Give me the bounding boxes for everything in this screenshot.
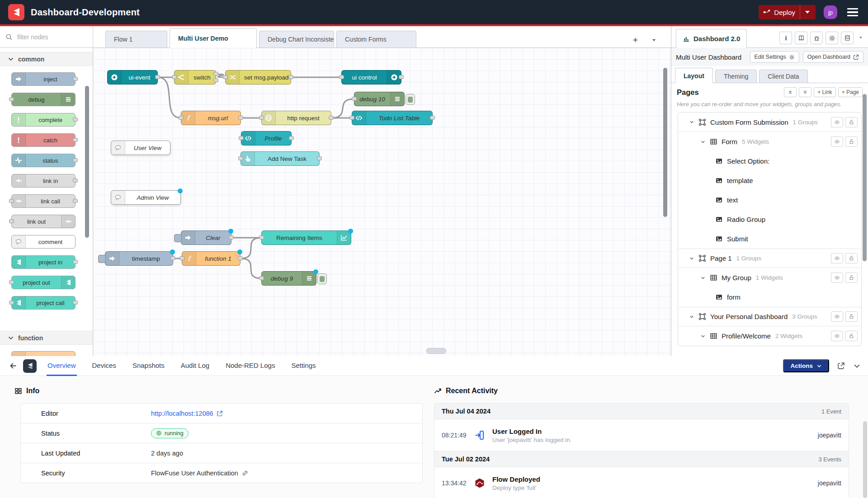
tree-row-template[interactable]: template	[678, 171, 861, 190]
lock-button[interactable]	[845, 311, 858, 322]
inject-button[interactable]	[174, 234, 182, 242]
bug-button[interactable]	[810, 32, 823, 44]
tab-theming[interactable]: Theming	[715, 70, 757, 83]
expand-all-button[interactable]	[799, 87, 811, 97]
deploy-caret-icon[interactable]	[804, 9, 811, 16]
palette-node-link-out[interactable]: link out	[11, 215, 75, 228]
tree-row-your-personal-dashboard[interactable]: Your Personal Dashboard3 Groups	[678, 307, 861, 326]
back-button[interactable]	[9, 362, 18, 370]
input-port[interactable]	[259, 116, 264, 120]
output-port[interactable]	[73, 77, 78, 81]
tree-row-submit[interactable]: Submit	[678, 229, 861, 249]
flow-tab[interactable]: Custom Forms	[336, 31, 416, 48]
lock-button[interactable]	[845, 253, 858, 263]
output-port[interactable]	[213, 72, 218, 76]
visibility-button[interactable]	[831, 272, 843, 283]
output-port[interactable]	[288, 75, 293, 79]
tree-row-form[interactable]: Form5 Widgets	[678, 132, 861, 151]
palette-node-complete[interactable]: complete	[11, 113, 75, 127]
flow-node-debug-9[interactable]: debug 9	[261, 271, 316, 286]
tree-row-radio-group[interactable]: Radio Group	[678, 210, 861, 229]
flow-tab[interactable]: Flow 1	[105, 31, 167, 48]
input-port[interactable]	[349, 116, 354, 120]
output-port[interactable]	[73, 260, 78, 264]
nav-tab-audit-log[interactable]: Audit Log	[180, 356, 210, 376]
tree-row-select-option-[interactable]: Select Option:	[678, 151, 861, 171]
sidebar-caret-icon[interactable]	[858, 34, 863, 42]
output-port[interactable]	[289, 136, 294, 140]
flow-canvas[interactable]: ui-eventswitchset msg.payloadui controld…	[93, 48, 671, 356]
input-port[interactable]	[9, 301, 14, 305]
nav-tab-settings[interactable]: Settings	[290, 356, 316, 376]
sidebar-tab-dashboard[interactable]: Dashboard 2.0	[676, 29, 747, 48]
palette-node-debug[interactable]: debug	[11, 93, 75, 106]
output-port[interactable]	[229, 235, 234, 240]
palette-node-comment[interactable]: comment	[11, 235, 75, 249]
tree-row-custom-form-submission[interactable]: Custom Form Submission1 Groups	[678, 113, 861, 132]
flow-node-timestamp[interactable]: timestamp	[105, 251, 173, 266]
output-port[interactable]	[430, 116, 435, 120]
flow-node-add-new-task[interactable]: Add New Task	[241, 151, 320, 166]
search-input[interactable]	[16, 33, 86, 41]
tree-row-profile-welcome[interactable]: Profile/Welcome2 Widgets	[678, 326, 861, 346]
output-port[interactable]	[73, 138, 78, 142]
output-port[interactable]	[73, 179, 78, 183]
palette-node-partial[interactable]	[11, 351, 75, 356]
add-link-button[interactable]: + Link	[814, 87, 835, 97]
menu-icon[interactable]	[845, 6, 860, 19]
flow-node-remaining-items[interactable]: Remaining Items	[261, 230, 351, 245]
editor-link[interactable]: http://localhost:12086	[151, 410, 223, 417]
flowfuse-panel-logo-icon[interactable]	[23, 359, 37, 373]
flow-node-profile[interactable]: Profile	[241, 131, 292, 146]
input-port[interactable]	[259, 235, 264, 240]
lock-button[interactable]	[845, 136, 858, 147]
debug-toggle-button[interactable]	[406, 94, 415, 105]
output-port[interactable]	[73, 158, 78, 162]
output-port[interactable]	[73, 199, 78, 203]
sidebar-scrollbar[interactable]	[863, 94, 867, 261]
tree-row-my-group[interactable]: My Group1 Widgets	[678, 268, 861, 287]
input-port[interactable]	[238, 156, 243, 160]
panel-resize-handle[interactable]	[426, 348, 446, 354]
palette-node-catch[interactable]: catch	[11, 133, 75, 147]
input-port[interactable]	[223, 75, 228, 79]
canvas-scrollbar[interactable]	[663, 68, 667, 217]
flow-node-user-view[interactable]: User View	[111, 141, 170, 155]
activity-event-row[interactable]: 08:21:49User Logged InUser 'joepavitt' h…	[434, 419, 849, 451]
output-port[interactable]	[399, 75, 404, 79]
flow-node-http-request[interactable]: http request	[261, 111, 331, 125]
debug-toggle-button[interactable]	[317, 273, 327, 284]
visibility-button[interactable]	[831, 136, 843, 147]
deploy-button[interactable]: Deploy	[759, 5, 816, 19]
input-port[interactable]	[9, 280, 14, 284]
palette-search[interactable]	[0, 26, 93, 48]
lock-button[interactable]	[845, 331, 858, 341]
chevron-down-icon[interactable]	[689, 256, 694, 261]
flow-node-ui-control[interactable]: ui control	[341, 70, 401, 85]
input-port[interactable]	[9, 97, 14, 101]
palette-section-common[interactable]: common	[0, 52, 93, 66]
palette-node-project-in[interactable]: project in	[11, 255, 75, 269]
flow-node-todo-list-table[interactable]: Todo List Table	[352, 111, 433, 125]
chevron-down-icon[interactable]	[700, 139, 706, 145]
tree-row-text[interactable]: text	[678, 190, 861, 210]
add-page-button[interactable]: + Page	[838, 87, 863, 97]
input-port[interactable]	[9, 199, 14, 203]
chevron-down-icon[interactable]	[689, 119, 694, 125]
tab-layout[interactable]: Layout	[675, 68, 713, 83]
palette-node-inject[interactable]: inject	[11, 72, 75, 86]
flow-node-switch[interactable]: switch	[174, 70, 216, 85]
palette-node-project-call[interactable]: project call	[11, 296, 75, 310]
palette-node-link-in[interactable]: link in	[11, 174, 75, 188]
output-port[interactable]	[73, 117, 78, 122]
output-port[interactable]	[317, 156, 322, 160]
output-port[interactable]	[238, 116, 243, 120]
input-port[interactable]	[179, 256, 184, 260]
flow-node-function-1[interactable]: ffunction 1	[182, 251, 241, 266]
output-port[interactable]	[329, 116, 334, 120]
add-flow-button[interactable]	[632, 37, 639, 43]
flow-node-msg-url[interactable]: fmsg.url	[181, 111, 241, 125]
flow-node-ui-event[interactable]: ui-event	[107, 70, 158, 85]
palette-scrollbar[interactable]	[85, 86, 89, 238]
palette-node-status[interactable]: status	[11, 154, 75, 167]
